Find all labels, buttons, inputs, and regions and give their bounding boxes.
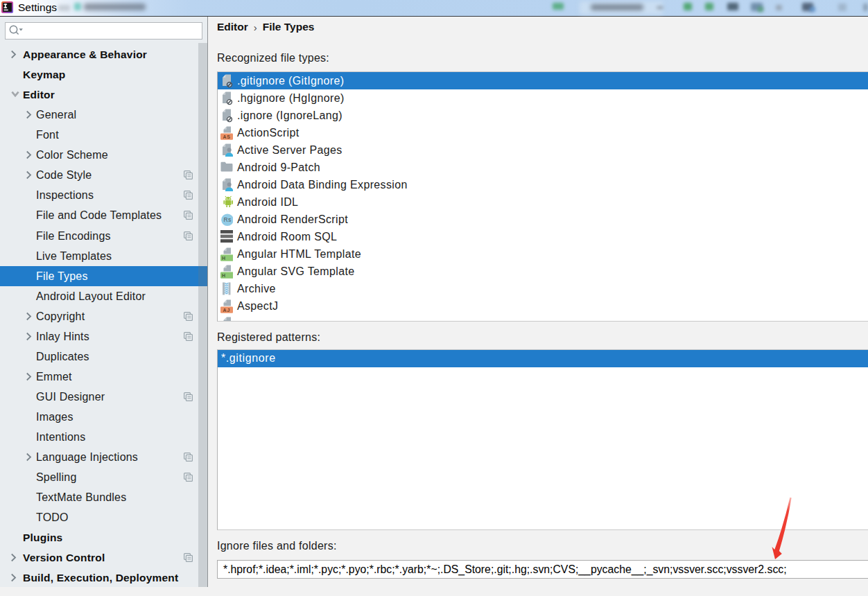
- svg-text:Rs: Rs: [223, 216, 231, 223]
- svg-text:AS: AS: [223, 134, 231, 139]
- svg-text:H: H: [222, 256, 225, 261]
- svg-text:H: H: [222, 273, 225, 278]
- svg-text:AJ: AJ: [223, 308, 231, 313]
